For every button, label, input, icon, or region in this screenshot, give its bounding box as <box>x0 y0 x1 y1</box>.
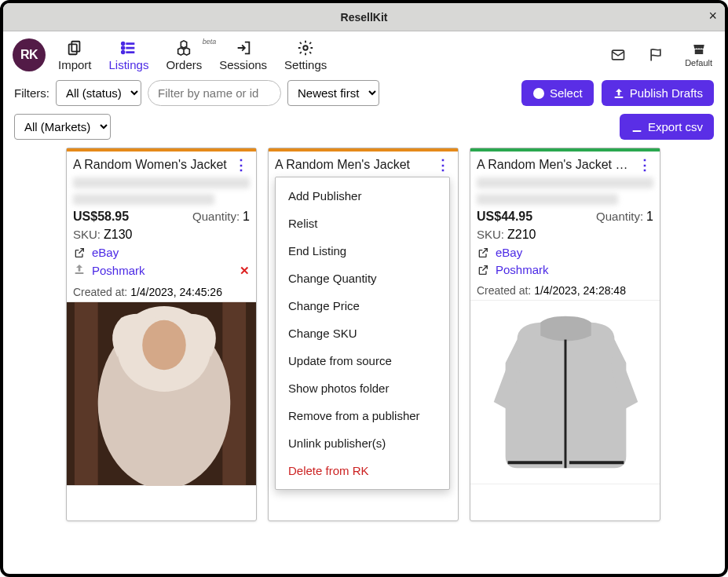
publish-drafts-label: Publish Drafts <box>630 86 703 100</box>
menu-relist[interactable]: Relist <box>276 210 449 237</box>
blurred-text <box>73 177 250 188</box>
publish-drafts-button[interactable]: Publish Drafts <box>602 80 714 106</box>
nav-listings[interactable]: Listings <box>109 39 149 71</box>
app-logo[interactable]: RK <box>13 38 46 71</box>
card-menu-button[interactable]: ⋮ <box>232 156 250 173</box>
window-titlebar: ResellKit × <box>3 3 725 31</box>
sku-value: Z130 <box>104 228 132 241</box>
beta-badge: beta <box>203 38 217 46</box>
svg-point-7 <box>122 51 124 53</box>
nav-listings-label: Listings <box>109 58 149 71</box>
quantity-label: Quantity: <box>596 210 643 223</box>
menu-change-sku[interactable]: Change SKU <box>276 320 449 347</box>
blurred-text <box>73 194 214 205</box>
remove-market-button[interactable]: ✕ <box>240 264 250 278</box>
store-icon <box>690 42 708 57</box>
sort-select[interactable]: Newest first <box>287 80 379 106</box>
market-link-ebay[interactable]: eBay <box>496 246 522 259</box>
gear-icon <box>297 39 314 57</box>
created-at: 1/4/2023, 24:28:48 <box>534 284 626 297</box>
svg-point-8 <box>303 46 308 50</box>
card-context-menu: Add Publisher Relist End Listing Change … <box>275 177 450 490</box>
list-icon <box>120 39 137 57</box>
card-price: US$44.95 <box>477 210 532 224</box>
main-toolbar: RK Import Listings beta Orders Sessions <box>3 31 725 75</box>
upload-icon <box>613 87 625 100</box>
boxes-icon <box>175 39 192 57</box>
quantity-value: 1 <box>243 210 250 223</box>
menu-update-source[interactable]: Update from source <box>276 347 449 374</box>
store-default-button[interactable]: Default <box>682 39 715 71</box>
sku-value: Z210 <box>507 228 536 241</box>
export-csv-label: Export csv <box>648 120 703 133</box>
nav-sessions-label: Sessions <box>219 58 267 71</box>
svg-rect-1 <box>69 44 77 54</box>
select-button-label: Select <box>550 86 583 100</box>
menu-end-listing[interactable]: End Listing <box>276 237 449 265</box>
nav-settings-label: Settings <box>284 58 327 71</box>
card-menu-button[interactable]: ⋮ <box>636 156 653 173</box>
menu-change-price[interactable]: Change Price <box>276 292 449 320</box>
sku-label: SKU: <box>73 228 101 241</box>
card-image <box>67 301 256 486</box>
market-select[interactable]: All (Markets) <box>14 114 111 140</box>
menu-delete[interactable]: Delete from RK <box>276 457 449 484</box>
svg-point-5 <box>122 42 124 45</box>
listing-cards: A Random Women's Jacket ⋮ US$58.95 Quant… <box>3 148 725 537</box>
sku-label: SKU: <box>477 228 504 241</box>
nav-import[interactable]: Import <box>58 39 92 71</box>
card-title: A Random Men's Jacket <box>275 158 434 172</box>
copy-icon <box>66 39 83 57</box>
filters-row: Filters: All (status) Newest first Selec… <box>3 75 725 111</box>
quantity-value: 1 <box>646 210 653 223</box>
status-select[interactable]: All (status) <box>56 80 141 106</box>
upload-draft-icon <box>73 263 86 278</box>
created-at: 1/4/2023, 24:45:26 <box>130 286 222 298</box>
svg-rect-0 <box>72 41 80 51</box>
nav-import-label: Import <box>58 58 92 71</box>
card-title: A Random Men's Jacket XXL <box>477 158 636 172</box>
external-link-icon <box>73 247 86 259</box>
card-title: A Random Women's Jacket <box>73 158 232 172</box>
export-csv-button[interactable]: Export csv <box>620 114 714 140</box>
external-link-icon <box>477 247 489 259</box>
nav-orders[interactable]: beta Orders <box>166 39 202 71</box>
menu-add-publisher[interactable]: Add Publisher <box>276 182 449 210</box>
login-icon <box>235 39 252 57</box>
nav-settings[interactable]: Settings <box>284 39 327 71</box>
listing-card[interactable]: A Random Men's Jacket XXL ⋮ US$44.95 Qua… <box>470 148 660 521</box>
listing-card[interactable]: A Random Women's Jacket ⋮ US$58.95 Quant… <box>66 148 257 521</box>
mail-button[interactable] <box>606 44 630 66</box>
market-link-ebay[interactable]: eBay <box>92 246 119 259</box>
jacket-image-placeholder <box>67 301 256 486</box>
flag-button[interactable] <box>644 44 668 66</box>
market-link-poshmark[interactable]: Poshmark <box>496 263 549 276</box>
search-input[interactable] <box>148 80 281 106</box>
card-menu-button[interactable]: ⋮ <box>434 156 452 173</box>
menu-unlink-publishers[interactable]: Unlink publisher(s) <box>276 429 449 457</box>
created-label: Created at: <box>73 286 127 298</box>
menu-remove-publisher[interactable]: Remove from a publisher <box>276 402 449 429</box>
quantity-label: Quantity: <box>192 210 240 223</box>
menu-change-quantity[interactable]: Change Quantity <box>276 265 449 292</box>
svg-rect-12 <box>75 302 98 485</box>
nav-sessions[interactable]: Sessions <box>219 39 267 71</box>
menu-show-photos[interactable]: Show photos folder <box>276 374 449 402</box>
flag-icon <box>647 47 664 63</box>
store-default-label: Default <box>685 58 712 68</box>
select-button[interactable]: Select <box>521 80 594 106</box>
market-link-poshmark[interactable]: Poshmark <box>92 264 145 277</box>
listing-card[interactable]: A Random Men's Jacket ⋮ Add Publisher Re… <box>268 148 459 521</box>
envelope-icon <box>609 47 627 63</box>
filters-label: Filters: <box>14 86 49 100</box>
blurred-text <box>477 194 618 205</box>
card-price: US$58.95 <box>73 210 129 224</box>
window-close-button[interactable]: × <box>708 8 717 24</box>
svg-point-16 <box>142 320 186 370</box>
created-label: Created at: <box>477 284 531 297</box>
external-link-icon <box>477 264 489 276</box>
download-icon <box>631 121 643 133</box>
svg-point-6 <box>122 46 124 49</box>
nav-orders-label: Orders <box>166 58 202 71</box>
filters-row-2: All (Markets) Export csv <box>3 111 725 148</box>
